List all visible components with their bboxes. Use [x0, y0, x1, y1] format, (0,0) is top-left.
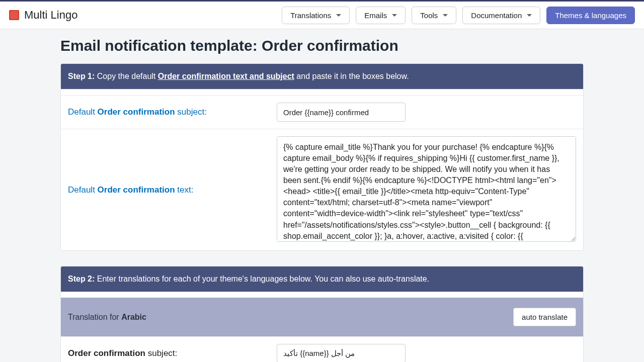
step1-banner: Step 1: Copy the default Order confirmat… [61, 64, 583, 89]
chevron-down-icon [392, 14, 397, 17]
translation-language-header: Translation for Arabic auto translate [61, 298, 583, 336]
step1-suffix: and paste it in the boxes below. [294, 72, 409, 80]
step2-card: Step 2: Enter translations for each of y… [60, 266, 584, 362]
trans-prefix: Translation for [68, 313, 121, 321]
step2-banner: Step 2: Enter translations for each of y… [61, 266, 583, 292]
default-text-label: Default Order confirmation text: [68, 136, 267, 243]
trans-language: Arabic [121, 313, 146, 321]
label-post: text: [175, 185, 194, 195]
default-text-input-wrap [277, 136, 576, 243]
translation-language-title: Translation for Arabic [68, 313, 146, 322]
nav-label: Documentation [471, 11, 522, 20]
nav-translations[interactable]: Translations [282, 7, 350, 24]
app-logo-icon [9, 10, 19, 20]
translation-subject-row: Order confirmation subject: [61, 336, 583, 362]
translation-subject-input-wrap [277, 344, 576, 362]
label-pre: Default [68, 185, 98, 195]
step1-label: Step 1: [68, 72, 95, 80]
chevron-down-icon [527, 14, 532, 17]
translation-subject-label: Order confirmation subject: [68, 348, 267, 358]
label-link: Order confirmation [98, 107, 175, 117]
nav-label: Themes & languages [555, 11, 626, 20]
chevron-down-icon [336, 14, 341, 17]
step2-label: Step 2: [68, 275, 95, 283]
default-subject-label: Default Order confirmation subject: [68, 107, 267, 117]
main-nav: Translations Emails Tools Documentation … [282, 7, 635, 24]
step1-link[interactable]: Order confirmation text and subject [158, 72, 294, 80]
nav-label: Tools [420, 11, 438, 20]
label-suffix: subject: [145, 348, 177, 358]
step1-card: Step 1: Copy the default Order confirmat… [60, 63, 584, 251]
nav-tools[interactable]: Tools [412, 7, 456, 24]
nav-emails[interactable]: Emails [356, 7, 406, 24]
nav-label: Emails [364, 11, 387, 20]
nav-documentation[interactable]: Documentation [462, 7, 540, 24]
page-title: Email notification template: Order confi… [60, 35, 584, 63]
nav-label: Translations [290, 11, 331, 20]
auto-translate-button[interactable]: auto translate [513, 308, 576, 326]
brand: Multi Lingo [9, 9, 77, 22]
step2-text: Enter translations for each of your them… [95, 275, 429, 283]
translation-subject-input[interactable] [277, 344, 406, 362]
default-text-textarea[interactable] [277, 136, 576, 242]
spacer [61, 292, 583, 298]
default-text-row: Default Order confirmation text: [61, 129, 583, 250]
template-name: Order confirmation [68, 348, 145, 358]
page: Email notification template: Order confi… [60, 29, 584, 362]
default-subject-input-wrap [277, 103, 576, 122]
spacer [61, 89, 583, 95]
app-name: Multi Lingo [24, 9, 77, 22]
default-subject-row: Default Order confirmation subject: [61, 95, 583, 129]
default-subject-input[interactable] [277, 103, 406, 122]
label-pre: Default [68, 107, 98, 117]
topbar: Multi Lingo Translations Emails Tools Do… [0, 0, 644, 29]
nav-themes-languages[interactable]: Themes & languages [546, 7, 635, 24]
step1-prefix: Copy the default [95, 72, 157, 80]
chevron-down-icon [443, 14, 448, 17]
label-link: Order confirmation [98, 185, 175, 195]
label-post: subject: [175, 107, 207, 117]
